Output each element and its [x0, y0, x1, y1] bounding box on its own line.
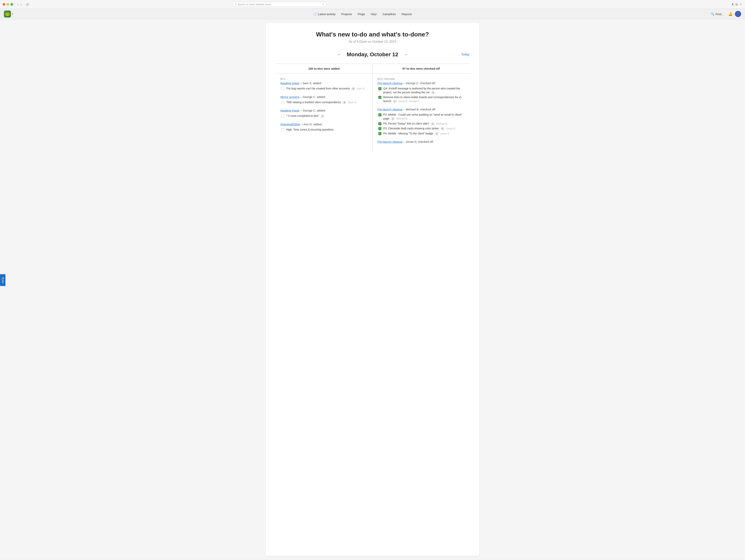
comment-badge: 1 [321, 114, 324, 118]
todo-list-link[interactable]: #General/Other [280, 123, 300, 126]
nav-buttons: ‹ › [17, 2, 23, 7]
comment-badge: 4 [431, 91, 435, 94]
user-tag: Michael B. [436, 122, 448, 125]
user-tag: Ryan S. [348, 101, 357, 104]
nav-item-reports[interactable]: Reports [399, 11, 415, 17]
close-button[interactable] [3, 3, 5, 6]
activity-header-text: – Michael B. checked off: [403, 108, 436, 111]
todo-list-link[interactable]: Pre-launch cleanup [378, 81, 402, 85]
todo-checkbox[interactable] [281, 114, 284, 118]
activity-header: #General/Other – Ann G. added: [280, 123, 368, 126]
page-subtitle: As of 9:01pm on October 13, 2015 [276, 40, 469, 43]
comment-badge: 1 [431, 122, 434, 126]
new-tab-button[interactable]: ＋ [739, 2, 742, 6]
nav-item-projects[interactable]: Projects [338, 11, 354, 17]
app-logo[interactable]: 🐸 ▾ [4, 10, 13, 18]
activity-header-text: – Sam S. added: [300, 81, 322, 85]
todo-list-link[interactable]: Pre-launch cleanup [378, 140, 402, 143]
app-nav: 🕐 Latest activity Projects Pings Hey! Ca… [17, 11, 708, 17]
todo-item: ✓ P6: Persist "Setup" link on client sid… [378, 122, 465, 126]
todo-item: ✓ QA: Kickoff message is authored by the… [378, 87, 465, 94]
avatar[interactable]: 👤 [735, 11, 741, 17]
next-date-button[interactable]: → [402, 51, 410, 58]
content-card: What's new to-do and what's to-done? As … [266, 23, 479, 556]
user-tag: Michael B. [396, 117, 408, 120]
nav-item-campfires[interactable]: Campfires [380, 11, 398, 17]
comment-badge: 1 [393, 100, 397, 103]
todo-text: Trix bug reports can't be created from o… [286, 87, 368, 91]
activity-group: Pre-launch cleanup – Jonas D. checked of… [378, 140, 465, 143]
activity-header: Pre-launch cleanup – Jonas D. checked of… [378, 140, 465, 143]
todo-checkbox-checked[interactable]: ✓ [378, 132, 381, 135]
todo-list-link[interactable]: Awaiting triage [280, 109, 299, 112]
activity-table: 100 to-dos were added 57 to-dos were che… [276, 64, 469, 152]
sidebar-toggle-button[interactable]: ⊡ [25, 2, 30, 7]
find-button[interactable]: 🔍 Find... [708, 11, 726, 17]
tab-overview-button[interactable]: ⧉ [736, 2, 738, 6]
todo-checkbox-checked[interactable]: ✓ [378, 96, 381, 99]
notifications-button[interactable]: 🔔 [728, 12, 733, 16]
todo-item: "-3 more completed to-dos" 1 [280, 114, 368, 118]
date-navigation: ← Monday, October 12 → Today [276, 51, 469, 58]
todo-checkbox-checked[interactable]: ✓ [378, 127, 381, 130]
todo-checkbox-checked[interactable]: ✓ [378, 113, 381, 117]
app-bar: 🐸 ▾ 🕐 Latest activity Projects Pings Hey… [0, 9, 745, 19]
address-bar-text: Search or enter website name [237, 3, 271, 6]
activity-group: Pre-launch cleanup – Michael B. checked … [378, 108, 465, 135]
activity-header-text: – George C. checked off: [403, 81, 436, 85]
activity-row: BC3 Awaiting triage – Sam S. added: Trix… [276, 73, 469, 152]
todo-text: QA: Kickoff message is authored by the p… [383, 87, 465, 94]
todo-checkbox[interactable] [281, 101, 284, 104]
nav-label-campfires: Campfires [383, 12, 396, 16]
prev-date-button[interactable]: ← [335, 51, 343, 58]
todo-item: ✓ P4: Mobile - Missing "To the client" b… [378, 132, 465, 136]
todo-list-link[interactable]: Awaiting triage [280, 81, 299, 85]
date-label: Monday, October 12 [347, 52, 398, 58]
activity-group: #General/Other – Ann G. added: High: Tim… [280, 123, 368, 132]
todo-list-link[interactable]: #Error screens [280, 95, 299, 99]
activity-header-text: – George C. added: [300, 95, 326, 99]
activity-header-text: – Jonas D. checked off: [403, 140, 433, 143]
right-column: BC3: Clientside Pre-launch cleanup – Geo… [372, 73, 469, 152]
left-column-header: 100 to-dos were added [276, 64, 372, 73]
user-tag: Jonas D. [446, 127, 456, 130]
address-bar[interactable]: ℹ Search or enter website name ↻ [233, 2, 326, 7]
activity-header: Pre-launch cleanup – Michael B. checked … [378, 108, 465, 111]
activity-header-text: – George C. added: [300, 109, 326, 112]
todo-text: *500 viewing a trashed client correspond… [286, 100, 368, 104]
comment-badge: 1 [391, 117, 395, 121]
todo-checkbox[interactable] [281, 87, 284, 90]
comment-badge: 5 [441, 127, 445, 130]
todo-item: *500 viewing a trashed client correspond… [280, 100, 368, 104]
help-tab[interactable]: Help [0, 274, 5, 286]
nav-item-latest-activity[interactable]: 🕐 Latest activity [311, 11, 338, 17]
activity-group: BC3 Awaiting triage – Sam S. added: Trix… [280, 77, 368, 91]
today-button[interactable]: Today [461, 53, 469, 56]
share-button[interactable]: ⬆ [732, 2, 734, 6]
maximize-button[interactable] [10, 3, 13, 6]
nav-label-pings: Pings [358, 12, 365, 16]
todo-text: "-3 more completed to-dos" 1 [286, 114, 368, 118]
activity-group: BC3: Clientside Pre-launch cleanup – Geo… [378, 77, 465, 103]
refresh-icon[interactable]: ↻ [322, 3, 324, 6]
app-bar-right: 🔍 Find... 🔔 👤 [708, 11, 741, 17]
left-column: BC3 Awaiting triage – Sam S. added: Trix… [276, 73, 372, 152]
window-actions: ⬆ ⧉ ＋ [732, 2, 742, 6]
page-title: What's new to-do and what's to-done? [276, 31, 469, 38]
todo-item: ✓ Remove links to client-visible boards … [378, 95, 465, 103]
minimize-button[interactable] [7, 3, 9, 6]
todo-text: Remove links to client-visible boards an… [383, 95, 465, 103]
todo-text: P6: Persist "Setup" link on client side?… [383, 122, 465, 126]
todo-list-link[interactable]: Pre-launch cleanup [378, 108, 402, 111]
back-button[interactable]: ‹ [17, 2, 20, 7]
todo-item: High: Time zones & recurring questions [280, 128, 368, 132]
todo-checkbox[interactable] [281, 128, 284, 131]
logo-icon: 🐸 [4, 10, 11, 18]
nav-item-pings[interactable]: Pings [355, 11, 368, 17]
clock-icon: 🕐 [314, 12, 317, 15]
nav-item-hey[interactable]: Hey! [368, 11, 380, 17]
forward-button[interactable]: › [20, 2, 23, 7]
todo-checkbox-checked[interactable]: ✓ [378, 122, 381, 125]
todo-checkbox-checked[interactable]: ✓ [378, 87, 381, 90]
todo-text: P4: Mobile - Missing "To the client" bad… [383, 132, 465, 136]
